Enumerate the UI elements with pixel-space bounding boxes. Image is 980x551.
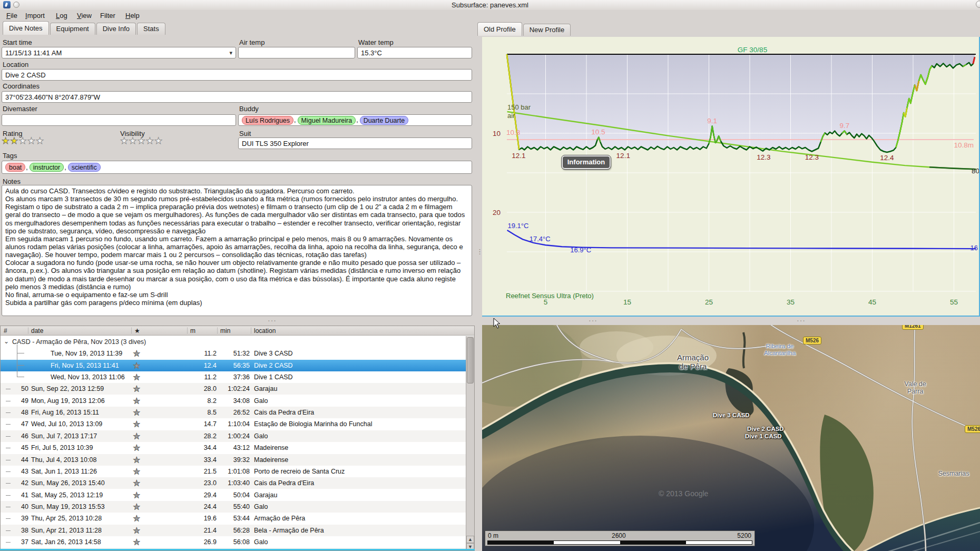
profile-plot: GF 30/85150 barair80102051525354555Reefn… [482,37,979,316]
menu-import[interactable]: Import [23,11,47,20]
svg-text:16.9°C: 16.9°C [570,246,591,254]
road-badge: M526 [803,337,821,345]
dive-row[interactable]: 42 Sun, May 26, 2013 15:40 ★★★★★ 23.0 1:… [1,477,466,489]
coordinates-field[interactable]: 37°05'23.460"N 8°20'47.879"W [2,91,472,103]
buddy-field[interactable]: Luís Rodrigues,Miguel Madureira,Duarte D… [238,114,472,126]
road-badge: M1261 [902,325,924,330]
dive-list-scrollbar[interactable]: ▲ ▼ [466,336,474,550]
column-header-3[interactable]: m [190,327,195,334]
dive-row[interactable]: 43 Sat, Jun 1, 2013 11:26 ★★★★★ 21.5 1:0… [1,466,466,477]
svg-text:10.5: 10.5 [591,128,605,136]
svg-text:GF 30/85: GF 30/85 [738,46,767,54]
map-copyright: © 2013 Google [659,489,708,498]
left-tabbar: Dive NotesEquipmentDive InfoStats [3,21,166,33]
dive-site-label: Dive 1 CASD [745,433,782,439]
suit-label: Suit [239,130,251,137]
dive-site-map[interactable]: Armaçãode PêraRibeira deAlcantarilhaVale… [482,325,980,551]
location-field[interactable]: Dive 2 CASD [2,69,472,81]
column-header-4[interactable]: min [220,327,230,334]
profile-tabbar: Old ProfileNew Profile [477,22,572,37]
menu-help[interactable]: Help [123,11,142,20]
dive-row[interactable]: 39 Thu, Apr 25, 2013 10:28 ★★★★★ 19.6 53… [1,513,466,524]
column-header-1[interactable]: date [31,327,43,334]
dive-notes-form: Start time 11/15/13 11:41 AM▾ Air temp W… [0,33,475,317]
map-label-sesmarias: Sesmarias [917,470,980,478]
dive-row[interactable]: 50 Sun, Sep 22, 2013 12:59 ★★★★★ 28.0 1:… [1,383,466,395]
map-label-vale-de-parra: Vale deParra [878,381,952,396]
column-header-0[interactable]: # [4,327,7,334]
svg-text:10.8m: 10.8m [954,141,974,149]
tag-pill[interactable]: instructor [30,163,64,172]
svg-text:35: 35 [787,298,795,306]
svg-text:45: 45 [868,298,876,306]
water-temp-field[interactable]: 15.3°C [357,47,472,58]
svg-text:10: 10 [493,130,501,137]
dive-row[interactable]: 41 Sat, May 25, 2013 12:19 ★★★★★ 29.4 50… [1,489,466,501]
information-tooltip: Information [562,155,611,169]
dive-row[interactable]: 45 Fri, Jul 5, 2013 10:39 ★★★★★ 34.4 43:… [1,442,466,454]
visibility-stars[interactable]: ★★★★★ [120,135,163,146]
tag-pill[interactable]: scientific [68,163,101,172]
svg-text:16: 16 [971,244,978,252]
menu-view[interactable]: View [75,11,94,20]
location-label: Location [3,61,28,68]
tag-pill[interactable]: Miguel Madureira [298,116,356,125]
notes-textarea[interactable]: Aula do curso CASD. Transectos c/video e… [2,185,472,316]
dive-row[interactable]: 44 Thu, Jul 4, 2013 10:08 ★★★★★ 33.4 39:… [1,454,466,466]
tags-field[interactable]: boat,instructor,scientific [2,161,472,174]
menu-file[interactable]: File [4,11,19,20]
tags-label: Tags [3,152,17,160]
air-temp-label: Air temp [239,38,264,46]
divemaster-field[interactable] [2,114,236,126]
vertical-splitter[interactable]: ⋮ [475,21,482,551]
svg-text:17.4°C: 17.4°C [530,235,551,243]
dive-row[interactable]: 38 Sun, Apr 21, 2013 11:28 ★★★★★ 21.4 56… [1,525,466,536]
dive-row[interactable]: 48 Fri, Aug 16, 2013 15:11 ★★★★★ 8.5 26:… [1,407,466,418]
dive-list-rows: ⌄ CASD - Armação de Pêra, Nov 2013 (3 di… [1,336,466,550]
svg-text:25: 25 [705,298,713,306]
dive-row[interactable]: 37 Sat, Jan 26, 2013 14:58 ★★★★★ 26.9 56… [1,536,466,548]
rating-stars[interactable]: ★★★★★ [2,135,44,146]
divemaster-label: Divemaster [3,105,37,113]
titlebar: Subsurface: paneves.xml [0,0,980,10]
column-header-2[interactable]: ★ [134,327,140,334]
expander-icon[interactable]: ⌄ [4,336,9,347]
horizontal-splitter[interactable]: ··· ··· ··· [0,317,980,325]
dive-row[interactable]: 46 Sun, Jul 7, 2013 17:17 ★★★★★ 28.2 1:0… [1,430,466,442]
scroll-up-button[interactable]: ▲ [466,536,474,543]
window-title: Subsurface: paneves.xml [0,1,980,9]
svg-text:12.4: 12.4 [880,154,894,162]
tag-pill[interactable]: Luís Rodrigues [242,116,293,125]
svg-text:10.8: 10.8 [506,129,520,136]
water-temp-label: Water temp [358,38,394,46]
tab-new-profile[interactable]: New Profile [523,24,571,36]
svg-text:15: 15 [623,298,631,306]
svg-text:12.3: 12.3 [757,153,770,161]
scalebar-mid: 2600 [612,532,626,539]
menu-filter[interactable]: Filter [98,11,117,20]
dive-row[interactable]: 47 Wed, Jul 10, 2013 13:09 ★★★★★ 14.7 1:… [1,418,466,430]
road-badge: M526 [965,425,980,433]
tab-old-profile[interactable]: Old Profile [477,22,522,36]
svg-text:20: 20 [493,209,501,217]
map-scalebar: 0 m 2600 5200 [485,530,755,546]
dive-row[interactable]: Wed, Nov 13, 2013 11:06 ★★★★★ 11.2 37:36… [1,371,466,383]
dive-list-header[interactable]: #date★mminlocation [1,326,474,336]
menu-log[interactable]: Log [54,11,70,20]
svg-text:9.1: 9.1 [707,117,717,125]
dive-row[interactable]: Tue, Nov 19, 2013 11:39 ★★★★★ 11.2 51:32… [1,348,466,359]
scrollbar-thumb[interactable] [467,337,474,383]
dive-row[interactable]: 40 Sun, May 19, 2013 15:53 ★★★★★ 24.4 55… [1,501,466,513]
column-header-5[interactable]: location [254,327,276,334]
tag-pill[interactable]: Duarte Duarte [360,116,409,125]
svg-text:12.1: 12.1 [616,152,630,160]
trip-row[interactable]: ⌄ CASD - Armação de Pêra, Nov 2013 (3 di… [1,336,466,348]
air-temp-field[interactable] [238,47,355,58]
start-time-combobox[interactable]: 11/15/13 11:41 AM▾ [2,47,236,58]
dive-row[interactable]: Fri, Nov 15, 2013 11:41 ★★★★★ 12.4 56:35… [1,360,466,371]
dive-row[interactable]: 49 Mon, Aug 19, 2013 12:06 ★★★★★ 8.2 34:… [1,395,466,407]
suit-field[interactable]: DUI TLS 350 Explorer [238,137,472,149]
window-corner-button[interactable] [976,1,980,8]
svg-text:150 bar: 150 bar [507,103,531,111]
tag-pill[interactable]: boat [5,163,25,172]
